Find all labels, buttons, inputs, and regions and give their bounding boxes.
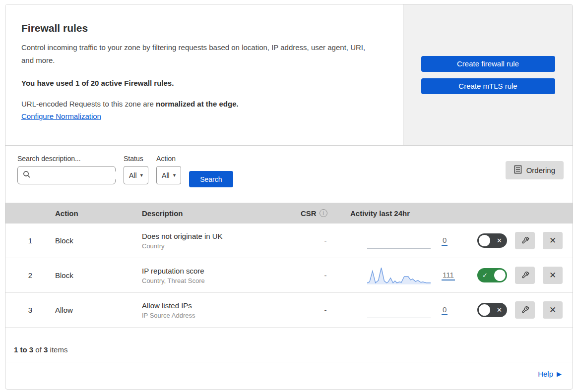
activity-sparkline — [367, 267, 431, 284]
pagination-items: items — [50, 345, 68, 354]
close-icon: ✕ — [549, 306, 556, 314]
toggle-knob — [479, 304, 490, 316]
rule-csr-value: - — [301, 306, 350, 314]
activity-count-link[interactable]: 111 — [442, 271, 455, 280]
chevron-right-icon: ▶ — [557, 370, 562, 378]
rule-description-cell: Does not originate in UK Country — [142, 232, 301, 250]
help-link-label: Help — [538, 370, 553, 378]
search-input-wrapper[interactable] — [17, 166, 116, 184]
status-select[interactable]: All ▾ — [124, 166, 148, 184]
ordering-button[interactable]: Ordering — [506, 161, 564, 179]
rule-activity-cell: 0 — [350, 232, 467, 250]
toggle-knob — [494, 270, 506, 281]
rule-description[interactable]: Allow listed IPs — [142, 301, 301, 310]
delete-rule-button[interactable]: ✕ — [543, 267, 563, 284]
create-firewall-rule-button[interactable]: Create firewall rule — [421, 56, 555, 72]
rule-action: Allow — [55, 306, 142, 314]
toggle-knob — [479, 235, 490, 246]
header-text-panel: Firewall rules Control incoming traffic … — [5, 4, 403, 145]
rule-priority: 1 — [5, 236, 55, 245]
usage-summary: You have used 1 of 20 active Firewall ru… — [21, 79, 383, 87]
chevron-down-icon: ▾ — [173, 172, 176, 178]
activity-count-link[interactable]: 0 — [442, 236, 448, 246]
col-csr-header: CSR i — [301, 209, 350, 218]
rule-description-cell: IP reputation score Country, Threat Scor… — [142, 267, 301, 284]
firewall-rules-card: Firewall rules Control incoming traffic … — [5, 4, 573, 390]
rule-criteria: Country — [142, 242, 301, 250]
header-section: Firewall rules Control incoming traffic … — [5, 4, 573, 146]
rule-action: Block — [55, 236, 142, 245]
rule-activity-cell: 111 — [350, 267, 467, 284]
rule-controls: ✓ ✕ ✕ — [467, 301, 573, 319]
rule-description[interactable]: Does not originate in UK — [142, 232, 301, 240]
configure-normalization-link[interactable]: Configure Normalization — [21, 112, 101, 120]
rule-action: Block — [55, 271, 142, 280]
create-mtls-rule-button[interactable]: Create mTLS rule — [421, 78, 555, 94]
rule-csr-value: - — [301, 236, 350, 245]
list-icon — [514, 165, 522, 175]
info-icon[interactable]: i — [320, 209, 327, 217]
action-group: Action All ▾ — [156, 155, 181, 184]
search-icon — [23, 170, 31, 180]
wrench-icon — [520, 235, 530, 246]
cross-icon: ✕ — [497, 237, 502, 244]
edit-rule-button[interactable] — [515, 301, 535, 319]
wrench-icon — [520, 270, 530, 281]
rule-controls: ✓ ✕ ✕ — [467, 232, 573, 249]
rule-activity-cell: 0 — [350, 301, 467, 319]
rule-csr-value: - — [301, 271, 350, 280]
wrench-icon — [520, 305, 530, 316]
rule-priority: 3 — [5, 306, 55, 314]
search-button-group: Search — [189, 155, 233, 187]
help-link[interactable]: Help ▶ — [538, 370, 562, 378]
search-group: Search description... — [17, 155, 116, 184]
rule-criteria: Country, Threat Score — [142, 277, 301, 284]
normalization-prefix: URL-encoded Requests to this zone are — [21, 100, 156, 108]
chevron-down-icon: ▾ — [140, 172, 143, 178]
help-section: Help ▶ — [5, 362, 573, 385]
activity-count-link[interactable]: 0 — [442, 305, 448, 315]
close-icon: ✕ — [549, 236, 556, 245]
activity-sparkline — [367, 301, 431, 319]
search-input[interactable] — [35, 171, 125, 179]
rule-controls: ✓ ✕ ✕ — [467, 267, 573, 284]
rule-priority: 2 — [5, 271, 55, 280]
page-title: Firewall rules — [21, 22, 383, 34]
action-panel: Create firewall rule Create mTLS rule — [403, 4, 573, 145]
normalization-bold: normalized at the edge. — [156, 100, 239, 108]
col-activity-header: Activity last 24hr — [350, 209, 467, 218]
table-header: Action Description CSR i Activity last 2… — [5, 203, 573, 224]
ordering-button-label: Ordering — [526, 166, 555, 174]
rule-enabled-toggle[interactable]: ✓ ✕ — [477, 303, 507, 317]
pagination-range: 1 to 3 — [14, 345, 33, 354]
edit-rule-button[interactable] — [515, 267, 535, 284]
status-select-value: All — [129, 171, 137, 179]
action-label: Action — [156, 155, 181, 163]
cross-icon: ✕ — [497, 306, 502, 314]
col-action-header: Action — [55, 209, 142, 218]
status-group: Status All ▾ — [124, 155, 148, 184]
col-csr-label: CSR — [301, 209, 317, 218]
delete-rule-button[interactable]: ✕ — [543, 232, 563, 249]
activity-sparkline — [367, 232, 431, 250]
close-icon: ✕ — [549, 271, 556, 280]
rule-enabled-toggle[interactable]: ✓ ✕ — [477, 233, 507, 248]
rule-criteria: IP Source Address — [142, 312, 301, 319]
normalization-note: URL-encoded Requests to this zone are no… — [21, 100, 383, 108]
rule-description[interactable]: IP reputation score — [142, 267, 301, 275]
page-description: Control incoming traffic to your zone by… — [21, 41, 374, 67]
col-description-header: Description — [142, 209, 301, 218]
action-select-value: All — [162, 171, 170, 179]
action-select[interactable]: All ▾ — [156, 166, 181, 184]
rule-description-cell: Allow listed IPs IP Source Address — [142, 301, 301, 319]
check-icon: ✓ — [482, 272, 488, 279]
edit-rule-button[interactable] — [515, 232, 535, 249]
filter-bar: Search description... Status All ▾ Actio… — [5, 146, 573, 203]
search-button[interactable]: Search — [189, 171, 233, 187]
pagination-of: of — [35, 345, 42, 354]
rule-enabled-toggle[interactable]: ✓ ✕ — [477, 268, 507, 282]
table-row: 2 Block IP reputation score Country, Thr… — [5, 258, 573, 293]
search-label: Search description... — [17, 155, 116, 163]
delete-rule-button[interactable]: ✕ — [543, 301, 563, 319]
pagination-summary: 1 to 3 of 3 items — [5, 328, 573, 362]
